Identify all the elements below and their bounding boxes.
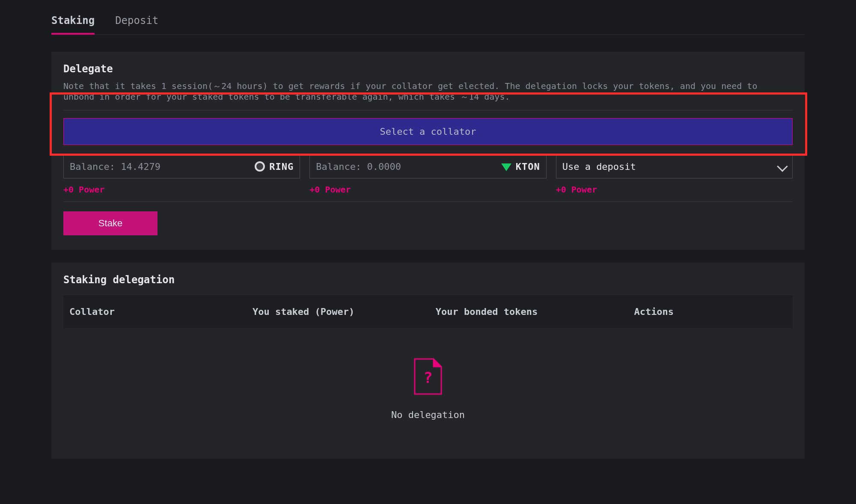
ring-balance-label: Balance: 14.4279 xyxy=(70,161,160,172)
col-staked: You staked (Power) xyxy=(253,306,436,317)
col-bonded: Your bonded tokens xyxy=(436,306,634,317)
deposit-power: +0 Power xyxy=(556,184,793,195)
kton-token-label: KTON xyxy=(516,161,540,172)
select-collator-button[interactable]: Select a collator xyxy=(63,118,793,145)
main-tabs: Staking Deposit xyxy=(51,9,805,35)
empty-file-icon: ? xyxy=(414,358,442,395)
chevron-down-icon xyxy=(777,161,788,172)
tab-deposit[interactable]: Deposit xyxy=(115,9,158,34)
ring-power: +0 Power xyxy=(63,184,300,195)
delegate-note: Note that it takes 1 session(～24 hours) … xyxy=(63,81,793,102)
delegate-title: Delegate xyxy=(63,63,793,75)
divider xyxy=(63,110,793,110)
divider xyxy=(63,202,793,202)
kton-power: +0 Power xyxy=(309,184,546,195)
kton-balance-input[interactable]: Balance: 0.0000 KTON xyxy=(309,154,546,178)
staking-delegation-card: Staking delegation Collator You staked (… xyxy=(51,263,805,459)
staking-delegation-title: Staking delegation xyxy=(63,274,793,286)
delegation-table-header: Collator You staked (Power) Your bonded … xyxy=(63,295,793,328)
kton-balance-label: Balance: 0.0000 xyxy=(316,161,401,172)
col-actions: Actions xyxy=(634,306,787,317)
ring-icon xyxy=(255,161,265,172)
use-deposit-select[interactable]: Use a deposit xyxy=(556,154,793,178)
col-collator: Collator xyxy=(69,306,253,317)
ring-balance-input[interactable]: Balance: 14.4279 RING xyxy=(63,154,300,178)
empty-label: No delegation xyxy=(63,409,793,420)
empty-state: ? No delegation xyxy=(63,358,793,420)
ring-token-label: RING xyxy=(269,161,294,172)
kton-icon xyxy=(501,163,511,171)
stake-button[interactable]: Stake xyxy=(63,211,158,235)
use-deposit-label: Use a deposit xyxy=(562,161,636,172)
svg-text:?: ? xyxy=(423,369,433,386)
tab-staking[interactable]: Staking xyxy=(51,9,95,34)
delegate-card: Delegate Note that it takes 1 session(～2… xyxy=(51,52,805,250)
